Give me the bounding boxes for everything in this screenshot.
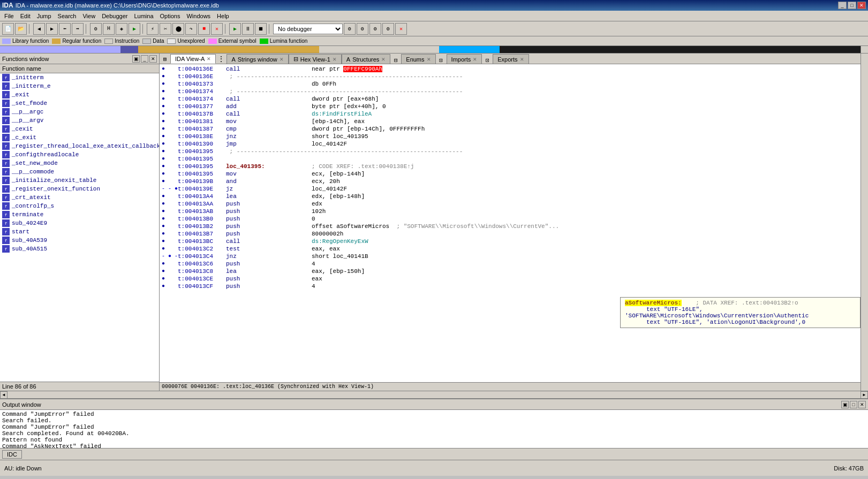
tb-new[interactable]: 📄	[2, 23, 14, 35]
func-item-c-exit[interactable]: f _c_exit	[0, 133, 159, 142]
tb-dbgstop[interactable]: ⏹	[255, 23, 267, 35]
tab-ida-view-a-close[interactable]: ✕	[207, 56, 211, 62]
func-item-initterm[interactable]: f _initterm	[0, 73, 159, 82]
func-icon: f	[2, 245, 10, 253]
tab-exports-close[interactable]: ✕	[520, 57, 524, 62]
func-item-argv[interactable]: f __p__argv	[0, 116, 159, 125]
tb-cfg4[interactable]: ⚙	[382, 23, 394, 35]
asm-line: ● t:00401395 ; -------------------------…	[161, 148, 859, 155]
menu-windows[interactable]: Windows	[183, 12, 214, 20]
nav-band-dark	[120, 46, 139, 53]
tb-stop2[interactable]: ✕	[211, 23, 223, 35]
tab-enums[interactable]: Enums ✕	[401, 54, 435, 64]
asm-ops: dword ptr [eax+68h]	[312, 95, 379, 103]
func-item-reg-onexit[interactable]: f _register_onexit_function	[0, 185, 159, 193]
menu-help[interactable]: Help	[214, 12, 232, 20]
tb-hex[interactable]: H	[103, 23, 115, 35]
func-item-cexit[interactable]: f _cexit	[0, 125, 159, 133]
func-icon: f	[2, 177, 10, 184]
func-item-initterm-e[interactable]: f _initterm_e	[0, 82, 159, 90]
tb-fwd2[interactable]: ➡	[72, 23, 84, 35]
menu-view[interactable]: View	[79, 12, 99, 20]
func-item-configthread[interactable]: f _configthreadlocale	[0, 150, 159, 159]
func-item-setnewmode[interactable]: f _set_new_mode	[0, 159, 159, 168]
tab-structures-close[interactable]: ✕	[381, 57, 386, 62]
tb-bp[interactable]: ⬤	[172, 23, 184, 35]
tb-back[interactable]: ◀	[33, 23, 45, 35]
idc-button[interactable]: IDC	[2, 450, 22, 459]
func-item-crt-atexit[interactable]: f _crt_atexit	[0, 193, 159, 202]
tb-dbgrun[interactable]: ▶	[229, 23, 241, 35]
idc-bar: IDC	[0, 448, 868, 460]
tb-run[interactable]: ▶	[129, 23, 140, 35]
func-item-sub4024e9[interactable]: f sub_4024E9	[0, 219, 159, 227]
menu-edit[interactable]: Edit	[17, 12, 34, 20]
tb-step[interactable]: ↷	[185, 23, 197, 35]
tb-open[interactable]: 📂	[15, 23, 27, 35]
minimize-button[interactable]: _	[838, 2, 847, 9]
tb-patch[interactable]: ✂	[160, 23, 171, 35]
asm-arrow: ●	[162, 125, 178, 133]
horizontal-scrollbar[interactable]: ◀ ▶	[0, 391, 868, 398]
tb-cfg5[interactable]: ✕	[395, 23, 407, 35]
tab-hex[interactable]: ⊟ Hex View-1 ✕	[289, 54, 342, 64]
menu-search[interactable]: Search	[55, 12, 80, 20]
func-item-terminate[interactable]: f terminate	[0, 210, 159, 219]
tb-dbgpause[interactable]: ⏸	[242, 23, 254, 35]
right-scrollbar[interactable]	[861, 54, 868, 391]
menu-lumina[interactable]: Lumina	[131, 12, 156, 20]
tab-exports[interactable]: Exports ✕	[493, 54, 529, 64]
scroll-right-btn[interactable]: ▶	[861, 391, 868, 399]
func-item-sub40a539[interactable]: f sub_40A539	[0, 236, 159, 245]
functions-min-btn[interactable]: _	[141, 55, 148, 63]
tab-enums-close[interactable]: ✕	[427, 57, 431, 62]
tb-cfg2[interactable]: ⚙	[357, 23, 368, 35]
close-button[interactable]: ✕	[857, 2, 866, 9]
debugger-select[interactable]: No debugger	[273, 24, 343, 34]
tb-disasm[interactable]: ⚙	[90, 23, 102, 35]
functions-close-btn[interactable]: ✕	[149, 55, 157, 63]
func-item-commode[interactable]: f __p__commode	[0, 168, 159, 176]
func-item-exit[interactable]: f _exit	[0, 90, 159, 99]
tab-hex-close[interactable]: ✕	[333, 57, 337, 62]
scroll-left-btn[interactable]: ◀	[0, 391, 7, 399]
menu-jump[interactable]: Jump	[34, 12, 55, 20]
output-close-btn[interactable]: ✕	[858, 401, 866, 408]
menu-options[interactable]: Options	[157, 12, 184, 20]
functions-float-btn[interactable]: ▣	[132, 55, 140, 63]
asm-mnem: mov	[226, 170, 312, 178]
tb-cfg3[interactable]: ⚙	[369, 23, 381, 35]
tab-strings[interactable]: A Strings window ✕	[227, 54, 288, 64]
func-name-argv: __p__argv	[12, 117, 43, 124]
func-icon: f	[2, 219, 10, 227]
tab-imports[interactable]: Imports ✕	[447, 54, 482, 64]
output-max-btn[interactable]: □	[850, 401, 857, 408]
menu-file[interactable]: File	[1, 12, 17, 20]
tb-cfg1[interactable]: ⚙	[344, 23, 356, 35]
func-item-register-thread[interactable]: f _register_thread_local_exe_atexit_call…	[0, 142, 159, 150]
func-item-setfmode[interactable]: f _set_fmode	[0, 99, 159, 108]
tb-back2[interactable]: ⬅	[59, 23, 71, 35]
func-item-init-onexit[interactable]: f _initialize_onexit_table	[0, 176, 159, 185]
tb-analyze[interactable]: ⚡	[147, 23, 158, 35]
tb-stop[interactable]: ■	[198, 23, 210, 35]
legend-color-lumina	[260, 39, 268, 44]
func-item-sub40a515[interactable]: f sub_40A515	[0, 245, 159, 253]
func-item-start[interactable]: f start	[0, 227, 159, 236]
tab-imports-close[interactable]: ✕	[473, 57, 477, 62]
func-name-initterm-e: _initterm_e	[12, 83, 51, 89]
menu-debugger[interactable]: Debugger	[99, 12, 131, 20]
tab-strings-close[interactable]: ✕	[280, 57, 284, 62]
asm-ops: offset aSoftwareMicros ; "SOFTWARE\\Micr…	[312, 223, 559, 230]
func-item-argc[interactable]: f __p__argc	[0, 108, 159, 116]
asm-addr: t:004013CE	[178, 275, 226, 283]
func-item-controlfp[interactable]: f _controlfp_s	[0, 202, 159, 210]
disasm-view[interactable]: ● t:0040136E call near ptr 0FFEFC990Ah ●…	[160, 64, 861, 382]
functions-list[interactable]: f _initterm f _initterm_e f _exit f _set…	[0, 73, 159, 382]
tab-structures[interactable]: A Structures ✕	[342, 54, 390, 64]
output-float-btn[interactable]: ▣	[841, 401, 849, 408]
tb-graph[interactable]: ◈	[116, 23, 127, 35]
tab-ida-view-a[interactable]: IDA View-A ✕	[170, 54, 216, 64]
tb-fwd[interactable]: ▶	[46, 23, 58, 35]
maximize-button[interactable]: □	[848, 2, 856, 9]
